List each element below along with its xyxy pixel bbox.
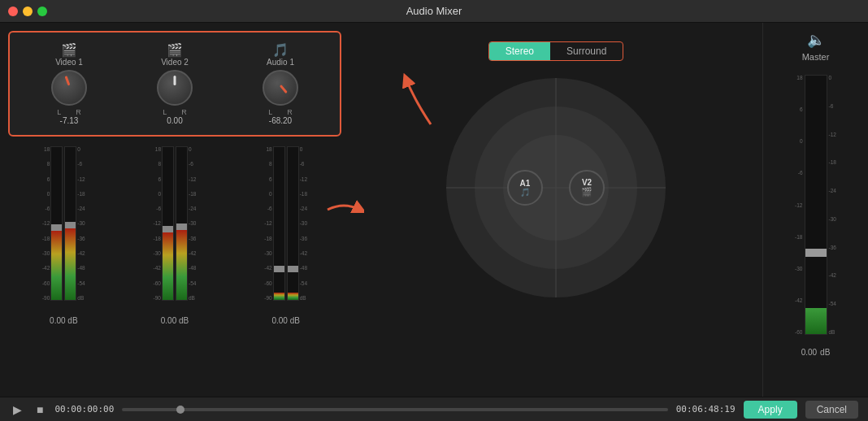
master-bars [805, 68, 827, 335]
audio1-knob-indicator [280, 85, 288, 93]
ch1-level-left [51, 231, 62, 300]
ch3-scale-left: 18860-6-12-18-30-42-60-90 [262, 146, 273, 301]
video1-knob-indicator [64, 76, 70, 85]
video2-lr: LR [163, 108, 187, 116]
master-bottom: 0.00 dB [801, 348, 831, 357]
audio1-lr: LR [268, 108, 293, 116]
timeline[interactable] [122, 408, 667, 411]
ch3-scale-right: 0-6-12-18-24-30-36-42-48-54dB [299, 146, 310, 301]
titlebar: Audio Mixer [0, 0, 868, 23]
main-content: 🎬 Video 1 LR -7.13 🎬 Video 2 [0, 23, 868, 397]
node-a1-label: A1 [520, 179, 531, 188]
fullscreen-traffic-light[interactable] [37, 7, 47, 16]
bottom-bar: ▶ ■ 00:00:00:00 00:06:48:19 Apply Cancel [0, 397, 868, 421]
ch1-bar-left[interactable] [50, 146, 63, 301]
master-scale-left: 18 6 0 -6 -12 -18 -30 -42 -60 [793, 75, 805, 335]
ch2-scale-right: 0-6-12-18-24-30-36-42-48-54dB [188, 146, 199, 301]
ch1-bottom-val: 0.00 [50, 316, 65, 325]
center-panel: Stereo Surround A1 🎵 V2 🎬 [349, 23, 762, 397]
ch2-bottom-unit: dB [179, 316, 189, 325]
ch2-bars [162, 140, 188, 301]
video1-icon: 🎬 [61, 42, 77, 58]
ch1-bottom: 0.00 dB [8, 316, 119, 325]
node-v2-label: V2 [582, 178, 592, 187]
ch3-level-right [288, 293, 298, 300]
video2-icon: 🎬 [167, 42, 183, 58]
audio1-icon: 🎵 [272, 42, 289, 58]
audio1-label: Audio 1 [267, 58, 294, 67]
left-panel: 🎬 Video 1 LR -7.13 🎬 Video 2 [0, 23, 349, 397]
timeline-playhead[interactable] [176, 406, 184, 414]
ch2-bottom: 0.00 dB [119, 316, 231, 325]
master-label: Master [802, 52, 830, 62]
video1-knob[interactable] [51, 70, 87, 106]
ch2-bar-left[interactable] [162, 146, 174, 301]
ch2-handle-right[interactable] [176, 224, 188, 230]
ch2-meter-group: 18860-6-12-18-30-42-60-90 0-6-12-18-24-3… [119, 140, 231, 315]
close-traffic-light[interactable] [8, 7, 18, 16]
master-bottom-unit: dB [820, 348, 830, 357]
ch3-handle-left[interactable] [273, 266, 285, 272]
ch3-bottom: 0.00 dB [230, 316, 341, 325]
node-a1-icon: 🎵 [520, 188, 530, 197]
surround-node-v2[interactable]: V2 🎬 [569, 170, 605, 206]
surround-node-a1[interactable]: A1 🎵 [507, 170, 543, 206]
ch2-bottom-val: 0.00 [161, 316, 176, 325]
ch2-scale-left: 18860-6-12-18-30-42-60-90 [150, 146, 162, 301]
ch3-bar-right[interactable] [287, 146, 299, 301]
minimize-traffic-light[interactable] [23, 7, 33, 16]
mode-toggle: Stereo Surround [488, 41, 624, 61]
master-slider-handle[interactable] [805, 249, 827, 257]
master-bar[interactable] [805, 75, 827, 335]
timecode-display: 00:00:00:00 [54, 404, 114, 414]
traffic-lights [8, 7, 47, 16]
ch1-scale-right: 0-6-12-18-24-30-36-42-48-54dB [76, 146, 88, 301]
video2-db: 0.00 [167, 116, 182, 125]
ch3-meter-group: 18860-6-12-18-30-42-60-90 0-6-12-18-24-3… [230, 140, 341, 315]
channel-video1: 🎬 Video 1 LR -7.13 [16, 39, 122, 128]
channel-video2: 🎬 Video 2 LR 0.00 [122, 39, 228, 128]
master-vu-area: 18 6 0 -6 -12 -18 -30 -42 -60 0 -6 [793, 68, 839, 345]
stereo-button[interactable]: Stereo [489, 42, 550, 60]
ch1-meter-group: 18860-6-12-18-30-42-60-90 0-6-12-18-24-3… [8, 140, 119, 315]
surround-button[interactable]: Surround [550, 42, 623, 60]
master-scale-right: 0 -6 -12 -18 -24 -30 -36 -42 -54 dB [827, 75, 839, 335]
channel-audio1: 🎵 Audio 1 LR -68.20 [228, 39, 333, 128]
surround-vline [556, 78, 557, 297]
ch2-level-left [163, 232, 173, 300]
stop-button[interactable]: ■ [33, 403, 46, 416]
master-panel: 🔈 Master 18 6 0 -6 -12 -18 -30 -42 -60 [762, 23, 868, 397]
master-bar-fill [805, 308, 827, 334]
play-button[interactable]: ▶ [10, 403, 25, 416]
ch3-bottom-val: 0.00 [271, 316, 287, 325]
surround-visual: A1 🎵 V2 🎬 [442, 74, 670, 302]
ch1-bottom-unit: dB [67, 316, 77, 325]
vu-meters-section: 18860-6-12-18-30-42-60-90 0-6-12-18-24-3… [8, 140, 341, 315]
ch2-bar-right[interactable] [176, 146, 188, 301]
apply-button[interactable]: Apply [744, 401, 797, 419]
ch1-handle-right[interactable] [64, 222, 76, 228]
master-speaker-icon: 🔈 [807, 31, 825, 49]
ch3-bottom-unit: dB [290, 316, 300, 325]
ch2-level-right [176, 230, 187, 300]
ch1-handle-left[interactable] [50, 224, 63, 231]
video1-db: -7.13 [60, 116, 79, 125]
video1-lr: LR [57, 108, 81, 116]
ch1-bars [50, 140, 76, 301]
app-title: Audio Mixer [406, 5, 462, 17]
audio1-knob[interactable] [263, 70, 298, 106]
video2-knob[interactable] [157, 70, 193, 106]
cancel-button[interactable]: Cancel [805, 401, 858, 419]
ch3-bar-left[interactable] [273, 146, 285, 301]
video1-label: Video 1 [55, 58, 83, 67]
audio1-db: -68.20 [269, 116, 292, 125]
video2-knob-indicator [174, 76, 176, 85]
video2-label: Video 2 [161, 58, 189, 67]
ch2-handle-left[interactable] [162, 226, 174, 232]
ch3-handle-right[interactable] [287, 266, 299, 272]
ch1-bar-right[interactable] [64, 146, 76, 301]
channel-bottom-values: 0.00 dB 0.00 dB 0.00 dB [8, 316, 341, 325]
timecode-right-display: 00:06:48:19 [676, 404, 736, 414]
ch1-scale-left: 18860-6-12-18-30-42-60-90 [39, 146, 50, 301]
arrow-to-surround [323, 193, 364, 226]
